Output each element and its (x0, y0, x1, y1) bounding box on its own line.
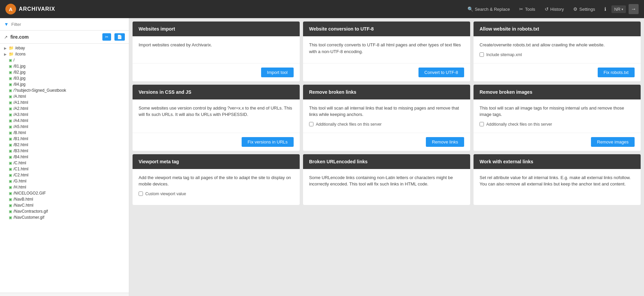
card-viewport-meta-tag: Viewport meta tag Add the viewport meta … (133, 154, 300, 205)
card-description-remove-broken-links: This tool will scan all internal links t… (309, 105, 459, 117)
list-item[interactable]: ▣/G.html (0, 178, 129, 184)
list-item[interactable]: ▣/84.jpg (0, 81, 129, 87)
list-item[interactable]: ▣/ (0, 57, 129, 63)
horizontal-scrollbar[interactable] (0, 293, 129, 296)
list-item[interactable]: ▣/82.jpg (0, 69, 129, 75)
page-icon: ▣ (9, 179, 12, 183)
action-button-allow-robots[interactable]: Fix robots.txt (598, 68, 635, 77)
card-allow-robots: Allow website in robots.txt Create/overw… (474, 22, 641, 81)
list-item[interactable]: ▣/NavContractors.gif (0, 208, 129, 214)
list-item[interactable]: ▣/NavC.html (0, 202, 129, 208)
list-item[interactable]: ▣/A3.html (0, 112, 129, 118)
file-name: /NICELOGO2.GIF (13, 191, 46, 196)
list-item[interactable]: ▣/B4.html (0, 154, 129, 160)
card-description-versions-css-js: Some websites use version control by add… (139, 105, 292, 117)
list-item[interactable]: ▶📁/ebay (0, 45, 129, 51)
list-item[interactable]: ▣/C2.html (0, 172, 129, 178)
card-header-remove-broken-links: Remove broken links (303, 85, 470, 99)
list-item[interactable]: ▣/B3.html (0, 148, 129, 154)
card-header-broken-urlencoded-links: Broken URLencoded links (303, 154, 470, 169)
page-icon: ▣ (9, 94, 12, 99)
card-footer-versions-css-js: Fix versions in URLs (133, 133, 300, 151)
list-item[interactable]: ▣/NavB.html (0, 196, 129, 202)
file-name: /A3.html (13, 112, 28, 117)
card-remove-broken-links: Remove broken links This tool will scan … (303, 85, 470, 151)
file-name: /ebay (15, 46, 25, 50)
action-button-versions-css-js[interactable]: Fix versions in URLs (242, 137, 294, 147)
checkbox-include-sitemap[interactable] (480, 52, 484, 57)
checkbox-label-check-files-images: Additionally check files on this server (486, 121, 552, 127)
list-item[interactable]: ▣/A2.html (0, 105, 129, 112)
action-button-website-conversion-utf8[interactable]: Convert to UTF-8 (418, 68, 464, 77)
file-name: /A4.html (13, 118, 28, 123)
list-item[interactable]: ▣/B2.html (0, 142, 129, 148)
card-description-websites-import: Import websites created by Archivarix. (139, 42, 212, 47)
page-icon: ▣ (9, 209, 12, 214)
checkbox-check-files-links[interactable] (309, 122, 313, 126)
list-item[interactable]: ▣/81.jpg (0, 63, 129, 69)
action-button-websites-import[interactable]: Import tool (261, 68, 294, 77)
list-item[interactable]: ▣/A.html (0, 93, 129, 99)
list-item[interactable]: ▣/NavCustomer.gif (0, 214, 129, 220)
file-name: /C2.html (13, 173, 29, 177)
history-icon: ↺ (545, 6, 549, 12)
site-btn-page[interactable]: 📄 (114, 33, 125, 41)
folder-icon: 📁 (9, 46, 14, 50)
list-item[interactable]: ▣/C1.html (0, 166, 129, 172)
content-area: Websites import Import websites created … (129, 18, 644, 296)
card-header-versions-css-js: Versions in CSS and JS (133, 85, 300, 99)
card-body-work-external-links: Set rel attribute value for all internal… (474, 169, 641, 202)
topnav: A ARCHIVARIX 🔍 Search & Replace ✂ Tools … (0, 0, 644, 18)
file-name: /84.jpg (13, 82, 26, 87)
list-item[interactable]: ▣/NICELOGO2.GIF (0, 190, 129, 196)
file-name: /A1.html (13, 100, 28, 105)
file-name: /B4.html (13, 155, 28, 159)
list-item[interactable]: ▶📁/icons (0, 51, 129, 57)
filter-input[interactable] (11, 22, 125, 27)
checkbox-row-check-files-images: Additionally check files on this server (480, 121, 635, 127)
card-footer-websites-import: Import tool (133, 63, 300, 81)
list-item[interactable]: ▣/B.html (0, 130, 129, 136)
checkbox-check-files-images[interactable] (480, 122, 484, 126)
logo-icon: A (5, 4, 16, 14)
list-item[interactable]: ▣/C.html (0, 160, 129, 166)
action-button-remove-broken-links[interactable]: Remove links (426, 137, 464, 147)
nav-item-info[interactable]: ℹ (600, 4, 610, 14)
checkbox-row-check-files-links: Additionally check files on this server (309, 121, 464, 127)
list-item[interactable]: ▣/B1.html (0, 136, 129, 142)
card-broken-urlencoded-links: Broken URLencoded links Some URLencode l… (303, 154, 470, 205)
file-name: /B.html (13, 130, 26, 135)
action-button-remove-broken-images[interactable]: Remove images (591, 137, 635, 147)
list-item[interactable]: ▣/A1.html (0, 99, 129, 105)
card-body-remove-broken-links: This tool will scan all internal links t… (303, 99, 470, 133)
card-header-work-external-links: Work with external links (474, 154, 641, 169)
file-name: /C.html (13, 161, 26, 165)
file-name: /B2.html (13, 142, 28, 147)
card-description-work-external-links: Set rel attribute value for all internal… (480, 175, 631, 187)
list-item[interactable]: ▣/A5.html (0, 124, 129, 130)
nav-item-history[interactable]: ↺ History (541, 4, 568, 14)
nav-item-search-replace[interactable]: 🔍 Search & Replace (463, 4, 514, 14)
checkbox-custom-viewport[interactable] (139, 192, 143, 196)
card-remove-broken-images: Remove broken images This tool will scan… (474, 85, 641, 151)
list-item[interactable]: ▣/?subject=Signed_Guestbook (0, 87, 129, 93)
nav-item-tools[interactable]: ✂ Tools (515, 4, 539, 14)
nav-item-tools-label: Tools (525, 7, 535, 12)
card-description-website-conversion-utf8: This tool correctly converts to UTF-8 al… (309, 42, 461, 54)
nav-item-settings[interactable]: ⚙ Settings (569, 4, 599, 14)
file-name: / (13, 58, 14, 62)
list-item[interactable]: ▣/H.html (0, 184, 129, 190)
file-name: /A5.html (13, 124, 28, 129)
list-item[interactable]: ▣/A4.html (0, 118, 129, 124)
exit-button[interactable]: → (629, 4, 639, 14)
nav-item-settings-label: Settings (579, 7, 595, 12)
list-item[interactable]: ▣/83.jpg (0, 75, 129, 81)
dropdown-trigger[interactable]: NR ▾ (611, 5, 626, 13)
card-header-viewport-meta-tag: Viewport meta tag (133, 154, 300, 169)
page-icon: ▣ (9, 215, 12, 220)
file-name: /B3.html (13, 149, 28, 153)
site-btn-scissors[interactable]: ✂ (102, 33, 111, 41)
logo-text: ARCHIVARIX (19, 6, 55, 12)
folder-icon: 📁 (9, 52, 14, 56)
checkbox-label-include-sitemap: Include sitemap.xml (486, 52, 522, 58)
